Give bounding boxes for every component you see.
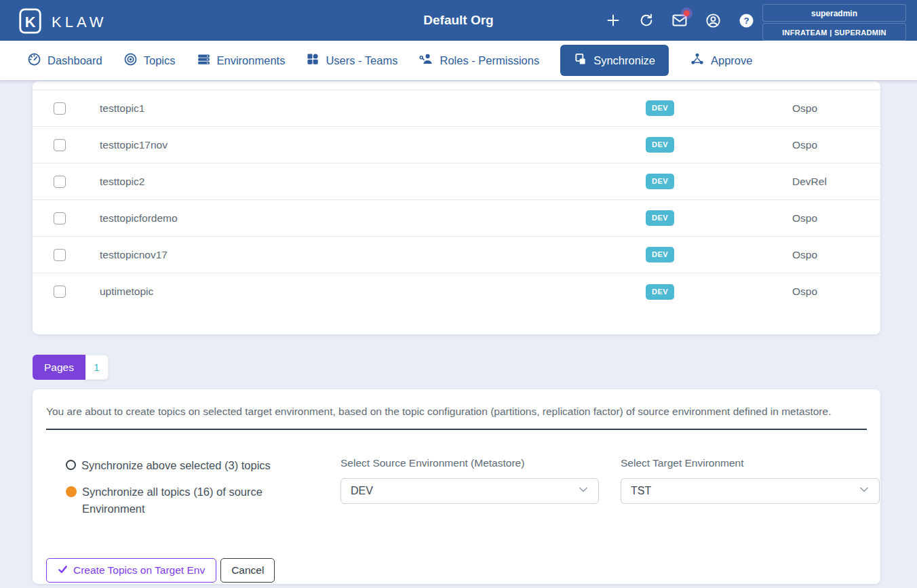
nav-item-synchronize[interactable]: Synchronize bbox=[560, 45, 669, 76]
table-row: testtopic1 DEV Ospo bbox=[33, 90, 880, 127]
env-badge: DEV bbox=[646, 137, 674, 153]
row-checkbox[interactable] bbox=[54, 249, 66, 261]
users-teams-icon bbox=[306, 52, 319, 68]
synchronize-icon bbox=[574, 52, 587, 68]
refresh-icon[interactable] bbox=[638, 12, 655, 29]
topic-name: testtopic1 bbox=[100, 102, 623, 115]
create-topics-label: Create Topics on Target Env bbox=[73, 564, 205, 576]
source-env-value: DEV bbox=[351, 485, 373, 497]
dashboard-icon bbox=[27, 52, 41, 69]
target-env-field: Select Target Environment TST bbox=[621, 457, 880, 527]
row-checkbox[interactable] bbox=[54, 286, 66, 298]
radio-icon bbox=[66, 486, 77, 497]
username: superadmin bbox=[811, 9, 857, 18]
env-badge: DEV bbox=[646, 247, 674, 262]
topic-name: testtopic17nov bbox=[100, 139, 623, 151]
source-env-select[interactable]: DEV bbox=[340, 478, 599, 504]
sync-description: You are about to create topics on select… bbox=[46, 406, 867, 418]
mail-icon[interactable] bbox=[671, 12, 688, 29]
cancel-button[interactable]: Cancel bbox=[220, 558, 275, 583]
env-badge: DEV bbox=[646, 100, 674, 116]
pagination: Pages 1 bbox=[33, 355, 917, 380]
topic-name: testtopicnov17 bbox=[100, 249, 623, 261]
check-icon bbox=[58, 564, 68, 577]
radio-selected-topics[interactable]: Synchronize above selected (3) topics bbox=[66, 457, 308, 474]
env-badge: DEV bbox=[646, 210, 674, 226]
user-block: superadmin INFRATEAM | SUPERADMIN bbox=[762, 3, 906, 42]
chevron-down-icon bbox=[578, 484, 589, 498]
topic-name: testtopic2 bbox=[100, 176, 623, 188]
row-checkbox[interactable] bbox=[54, 212, 66, 224]
nav-item-dashboard[interactable]: Dashboard bbox=[27, 52, 102, 69]
team-name: Ospo bbox=[697, 212, 880, 224]
username-box: superadmin bbox=[762, 4, 906, 22]
approve-icon bbox=[690, 52, 705, 69]
sync-options: Synchronize above selected (3) topics Sy… bbox=[66, 457, 308, 527]
row-checkbox[interactable] bbox=[54, 102, 66, 115]
nav-item-environments[interactable]: Environments bbox=[197, 52, 286, 69]
topic-name: uptimetopic bbox=[100, 286, 623, 298]
action-buttons: Create Topics on Target Env Cancel bbox=[46, 558, 867, 583]
radio-label: Synchronize all topics (16) of source En… bbox=[82, 484, 279, 517]
env-badge: DEV bbox=[646, 284, 674, 300]
topics-icon bbox=[123, 52, 138, 69]
nav-item-users-teams[interactable]: Users - Teams bbox=[306, 52, 397, 68]
nav-label: Environments bbox=[217, 54, 286, 67]
roles-permissions-icon bbox=[418, 52, 433, 69]
radio-icon bbox=[66, 460, 76, 470]
table-row: testtopicfordemo DEV Ospo bbox=[33, 200, 880, 237]
pages-label-button[interactable]: Pages bbox=[33, 355, 85, 380]
table-row: testtopicnov17 DEV Ospo bbox=[33, 237, 880, 273]
target-env-select[interactable]: TST bbox=[621, 478, 880, 504]
row-checkbox[interactable] bbox=[54, 139, 66, 151]
table-row: testtopic17nov DEV Ospo bbox=[33, 127, 880, 163]
svg-text:K: K bbox=[25, 14, 36, 31]
nav-label: Dashboard bbox=[47, 54, 102, 67]
table-row: testtopic2 DEV DevRel bbox=[33, 163, 880, 200]
nav-item-topics[interactable]: Topics bbox=[123, 52, 176, 69]
table-row: uptimetopic DEV Ospo bbox=[33, 273, 880, 310]
team-name: Ospo bbox=[697, 102, 880, 115]
klaw-logo-icon: K bbox=[18, 7, 43, 38]
target-env-value: TST bbox=[631, 485, 651, 497]
synchronize-panel: You are about to create topics on select… bbox=[33, 389, 880, 584]
svg-text:?: ? bbox=[743, 16, 749, 26]
page-number-button[interactable]: 1 bbox=[85, 355, 109, 380]
team-role: INFRATEAM | SUPERADMIN bbox=[782, 28, 886, 37]
nav-item-approve[interactable]: Approve bbox=[690, 52, 752, 69]
topics-table-card: testtopic1 DEV Ospo testtopic17nov DEV O… bbox=[33, 81, 880, 334]
brand-name: KLAW bbox=[52, 14, 107, 31]
topbar-icons: ? bbox=[604, 0, 755, 41]
brand[interactable]: K KLAW bbox=[18, 7, 107, 38]
main-nav: Dashboard Topics Environments Users - Te… bbox=[0, 41, 917, 80]
help-icon[interactable]: ? bbox=[737, 12, 755, 29]
team-name: Ospo bbox=[697, 286, 880, 298]
radio-label: Synchronize above selected (3) topics bbox=[81, 457, 271, 474]
nav-item-roles-permissions[interactable]: Roles - Permissions bbox=[418, 52, 539, 69]
nav-label: Users - Teams bbox=[326, 54, 397, 67]
radio-all-topics[interactable]: Synchronize all topics (16) of source En… bbox=[66, 484, 308, 517]
topic-name: testtopicfordemo bbox=[100, 212, 623, 224]
top-header: K KLAW Default Org ? superadmin INFRATEA… bbox=[0, 0, 917, 41]
row-checkbox[interactable] bbox=[54, 176, 66, 188]
team-name: DevRel bbox=[697, 176, 880, 188]
plus-icon[interactable] bbox=[604, 12, 622, 29]
topics-table: testtopic1 DEV Ospo testtopic17nov DEV O… bbox=[33, 90, 880, 310]
team-role-box: INFRATEAM | SUPERADMIN bbox=[762, 23, 906, 41]
sync-form: Synchronize above selected (3) topics Sy… bbox=[46, 457, 867, 527]
account-icon[interactable] bbox=[704, 12, 722, 29]
divider bbox=[46, 429, 867, 430]
team-name: Ospo bbox=[697, 249, 880, 261]
team-name: Ospo bbox=[697, 139, 880, 151]
nav-label: Approve bbox=[711, 54, 752, 67]
source-env-label: Select Source Environment (Metastore) bbox=[340, 457, 599, 469]
notification-badge bbox=[684, 10, 690, 16]
env-badge: DEV bbox=[646, 174, 674, 189]
target-env-label: Select Target Environment bbox=[621, 457, 880, 469]
source-env-field: Select Source Environment (Metastore) DE… bbox=[340, 457, 599, 527]
chevron-down-icon bbox=[859, 484, 870, 498]
create-topics-button[interactable]: Create Topics on Target Env bbox=[46, 558, 216, 583]
cancel-label: Cancel bbox=[231, 564, 264, 576]
nav-label: Synchronize bbox=[593, 54, 655, 67]
nav-label: Roles - Permissions bbox=[440, 54, 539, 67]
